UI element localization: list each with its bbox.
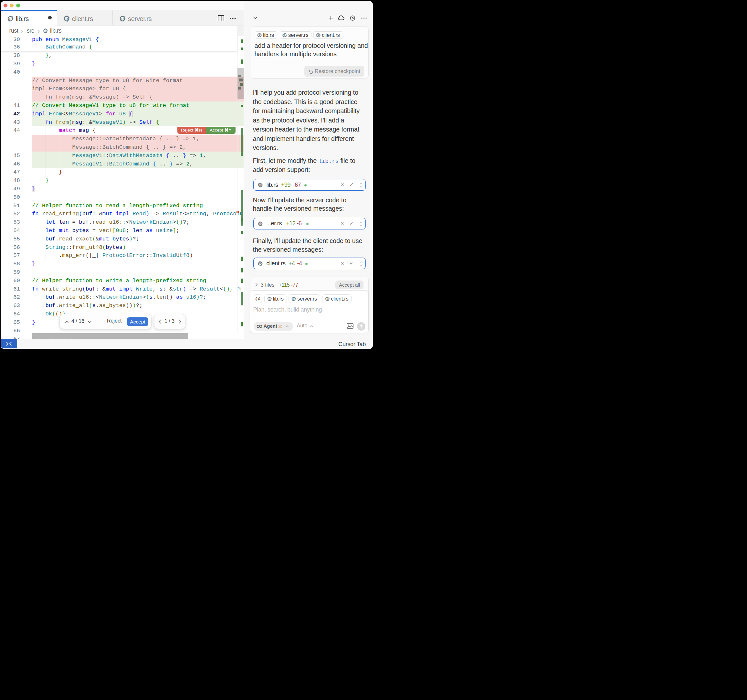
svg-text:R: R (284, 33, 286, 36)
svg-text:R: R (326, 298, 328, 300)
svg-text:R: R (317, 33, 319, 36)
svg-text:R: R (269, 298, 271, 300)
svg-text:R: R (259, 262, 262, 265)
svg-text:R: R (259, 33, 260, 36)
svg-text:R: R (293, 298, 295, 300)
svg-text:R: R (259, 222, 262, 225)
svg-text:R: R (259, 183, 262, 186)
